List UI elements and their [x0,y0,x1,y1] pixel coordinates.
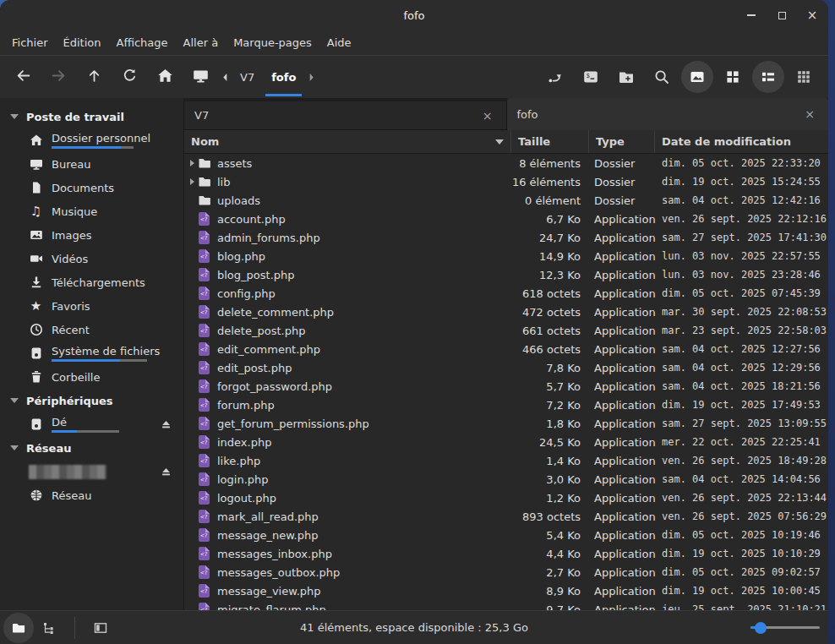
tab-close-icon[interactable]: × [801,106,818,122]
sidebar-section-r-seau[interactable]: Réseau [0,436,183,460]
forward-button[interactable] [41,59,76,95]
sidebar-section-poste-de-travail[interactable]: Poste de travail [0,105,183,128]
column-header-type[interactable]: Type [588,130,654,153]
sidebar-item-dé[interactable]: Dé [0,412,183,436]
tab-v7[interactable]: V7 × [184,101,507,130]
breadcrumb-scroll-left-button[interactable] [218,59,232,95]
menu-item--dition[interactable]: Édition [56,30,109,55]
file-row[interactable]: assets 8 éléments Dossier dim. 05 oct. 2… [184,154,828,172]
file-name: delete_post.php [217,325,305,337]
breadcrumb-scroll-right-button[interactable] [304,59,318,95]
file-row[interactable]: <? forum.php 7,2 Ko Application dim. 19 … [184,396,828,414]
file-type: Application [588,306,654,319]
column-header-name[interactable]: Nom [184,130,510,153]
file-type: Application [588,232,654,244]
sidebar-item-images[interactable]: Images [0,223,183,247]
file-row[interactable]: <? index.php 24,5 Ko Application mer. 22… [184,433,828,451]
directory-tree-toggle-button[interactable] [34,613,64,643]
sidebar-item-musique[interactable]: ♫ Musique [0,199,183,223]
sidebar-item-bureau[interactable]: Bureau [0,152,183,176]
file-row[interactable]: <? login.php 3,0 Ko Application sam. 04 … [184,470,828,488]
back-button[interactable] [5,59,41,95]
chevron-left-icon [221,73,229,82]
tab-close-icon[interactable]: × [479,108,496,123]
thumbnail-view-button[interactable] [788,61,820,93]
file-row[interactable]: <? blog_post.php 12,3 Ko Application lun… [184,265,828,284]
titlebar[interactable]: fofo × [0,0,828,30]
sidebar-item-vidéos[interactable]: Vidéos [0,247,183,270]
breadcrumb-segment-v7[interactable]: V7 [232,56,263,98]
sidebar-item-corbeille[interactable]: Corbeille [0,365,183,389]
file-row[interactable]: <? config.php 618 octets Application dim… [184,284,828,303]
expander-icon[interactable] [187,160,197,166]
file-row[interactable]: <? edit_comment.php 466 octets Applicati… [184,340,828,358]
new-folder-button[interactable] [610,61,642,93]
sidebar-item-documents[interactable]: Documents [0,176,183,199]
file-row[interactable]: <? messages_inbox.php 4,4 Ko Application… [184,544,828,563]
sidebar-item-réseau[interactable]: Réseau [0,483,183,507]
menu-item-fichier[interactable]: Fichier [4,30,56,55]
file-row[interactable]: <? mark_all_read.php 893 octets Applicat… [184,507,828,526]
panel-toggle-button[interactable] [85,613,116,643]
up-icon [86,68,102,87]
file-row[interactable]: lib 16 éléments Dossier dim. 19 oct. 202… [184,172,828,191]
expander-icon[interactable] [187,178,197,185]
file-row[interactable]: <? edit_post.php 7,8 Ko Application sam.… [184,358,828,377]
eject-button[interactable] [158,464,173,479]
jump-to-button[interactable] [539,61,571,93]
refresh-button[interactable] [112,59,147,95]
sidebar-item-network-share[interactable] [0,460,183,483]
eject-button[interactable] [158,417,173,432]
php-file-icon: <? [197,212,211,226]
zoom-slider-handle[interactable] [755,622,767,634]
sidebar-item-système-de-fichiers[interactable]: Système de fichiers [0,341,183,365]
list-view-icon [760,68,777,85]
file-row[interactable]: <? messages_outbox.php 2,7 Ko Applicatio… [184,563,828,581]
compact-view-button[interactable] [717,61,749,93]
desktop-button[interactable] [183,59,218,95]
list-view-button[interactable] [752,61,784,93]
file-row[interactable]: <? account.php 6,7 Ko Application ven. 2… [184,210,828,228]
sidebar-item-dossier-personnel[interactable]: Dossier personnel [0,128,183,152]
sidebar-item-téléchargements[interactable]: Téléchargements [0,270,183,294]
file-name: messages_outbox.php [217,566,340,579]
breadcrumb-segment-fofo[interactable]: fofo [263,56,304,98]
minimize-button[interactable] [742,6,761,25]
php-file-icon: <? [197,398,211,412]
home-button[interactable] [147,59,183,95]
menu-item-aide[interactable]: Aide [319,30,359,55]
sidebar-section-p-riph-riques[interactable]: Périphériques [0,389,183,412]
file-row[interactable]: <? message_view.php 8,9 Ko Application d… [184,581,828,600]
sidebar-item-favoris[interactable]: ★ Favoris [0,294,183,318]
file-row[interactable]: <? migrate_flarum.php 9,7 Ko Application… [184,600,828,610]
file-row[interactable]: <? message_new.php 5,4 Ko Application di… [184,526,828,544]
close-button[interactable]: × [803,6,821,25]
file-row[interactable]: <? blog.php 14,9 Ko Application lun. 03 … [184,247,828,265]
file-row[interactable]: <? get_forum_permissions.php 1,8 Ko Appl… [184,414,828,433]
column-header-size[interactable]: Taille [510,130,588,153]
php-file-icon: <? [197,435,211,450]
search-button[interactable] [646,61,678,93]
zoom-slider[interactable] [750,622,820,634]
terminal-button[interactable]: $ [575,61,607,93]
file-row[interactable]: <? delete_comment.php 472 octets Applica… [184,303,828,321]
up-button[interactable] [76,59,112,95]
file-row[interactable]: <? like.php 1,4 Ko Application ven. 26 s… [184,451,828,470]
sidebar-item-récent[interactable]: Récent [0,318,183,341]
file-row[interactable]: <? admin_forums.php 24,7 Ko Application … [184,228,828,247]
icon-view-button[interactable] [681,61,713,93]
music-icon: ♫ [29,205,43,219]
maximize-button[interactable] [772,6,791,25]
file-row[interactable]: <? delete_post.php 661 octets Applicatio… [184,321,828,340]
php-file-icon: <? [197,565,211,580]
file-row[interactable]: <? logout.php 1,2 Ko Application ven. 26… [184,488,828,507]
menu-item-aller-[interactable]: Aller à [176,30,226,55]
file-row[interactable]: uploads 0 élément Dossier sam. 04 oct. 2… [184,191,828,210]
tab-fofo[interactable]: fofo × [507,98,829,130]
menu-item-affichage[interactable]: Affichage [108,30,175,55]
file-date: ven. 26 sept. 2025 22:13:44 [654,492,828,504]
menu-item-marque-pages[interactable]: Marque-pages [226,30,319,55]
column-header-date[interactable]: Date de modification [654,130,828,153]
places-folder-toggle-button[interactable] [3,613,34,643]
file-row[interactable]: <? forgot_password.php 5,7 Ko Applicatio… [184,377,828,396]
